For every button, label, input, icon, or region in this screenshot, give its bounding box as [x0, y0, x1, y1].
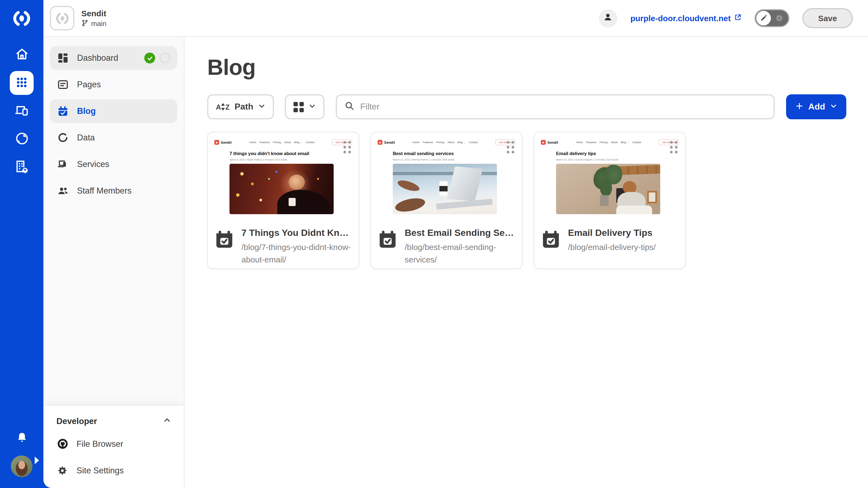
bell-icon	[15, 431, 29, 446]
content-area: Blog AZ Path	[184, 37, 868, 488]
rail-apps-button[interactable]	[10, 71, 34, 95]
blog-post-card[interactable]: Sendit HomeFeaturesPricingAboutBlog⌄Cont…	[207, 132, 359, 269]
gear-icon	[771, 13, 788, 23]
green-check-icon	[144, 53, 155, 63]
branch-name: main	[91, 20, 106, 28]
domain-text: purple-door.cloudvent.net	[630, 13, 731, 23]
mini-sendit-logo	[378, 140, 382, 144]
sidebar-item-label: File Browser	[76, 439, 123, 449]
mini-chevron-down-icon: ⌄	[301, 141, 303, 143]
collection-nav: Dashboard	[43, 37, 184, 205]
chevron-down-icon	[830, 102, 837, 112]
drag-handle-icon[interactable]	[670, 141, 678, 154]
sidebar-item-label: Staff Members	[77, 186, 131, 196]
sidebar-item-blog[interactable]: Blog	[50, 99, 177, 123]
top-header: Sendit main	[43, 0, 868, 37]
rail-devices-button[interactable]	[10, 99, 34, 123]
mini-post-photo	[393, 164, 497, 214]
developer-section-toggle[interactable]: Developer	[55, 416, 172, 430]
calendar-check-icon	[541, 229, 561, 252]
add-label: Add	[808, 102, 825, 112]
body-row: Dashboard	[43, 37, 868, 488]
search-icon	[344, 101, 354, 113]
sort-label: Path	[235, 102, 253, 112]
data-refresh-icon	[57, 132, 69, 144]
add-button[interactable]: Add	[786, 94, 846, 119]
dashboard-tiles-icon	[57, 52, 69, 64]
card-footer: Email Delivery Tips /blog/email-delivery…	[541, 228, 679, 254]
post-preview-thumbnail: Sendit HomeFeaturesPricingAboutBlog⌄Cont…	[378, 139, 516, 223]
rail-nav	[10, 43, 34, 180]
sidebar-item-label: Data	[77, 133, 95, 142]
expand-arrow-icon[interactable]	[35, 457, 39, 464]
post-title: 7 Things You Didnt Know…	[241, 228, 352, 238]
sidebar-item-label: Dashboard	[77, 53, 118, 63]
sort-by-path-button[interactable]: AZ Path	[207, 94, 274, 119]
drag-handle-icon[interactable]	[507, 141, 514, 154]
main-column: Sendit main	[43, 0, 868, 488]
people-icon	[57, 185, 69, 197]
branch-row[interactable]: main	[82, 19, 106, 28]
card-footer: 7 Things You Didnt Know… /blog/7-things-…	[214, 228, 352, 266]
post-title: Email Delivery Tips	[568, 228, 656, 238]
sidebar-item-services[interactable]: Services	[50, 152, 177, 176]
editor-mode-toggle[interactable]	[755, 9, 789, 27]
post-preview-thumbnail: Sendit HomeFeaturesPricingAboutBlog⌄Cont…	[214, 139, 352, 223]
save-button[interactable]: Save	[802, 8, 853, 28]
sidebar-item-pages[interactable]: Pages	[50, 73, 177, 97]
developer-title: Developer	[56, 416, 97, 426]
site-meta: Sendit main	[82, 8, 106, 28]
mini-post-title: Email delivery tips	[556, 151, 679, 156]
calendar-check-icon	[57, 105, 69, 117]
mini-page: Best email sending services March 11, 20…	[393, 151, 516, 214]
mini-post-photo	[556, 164, 660, 214]
view-mode-button[interactable]	[285, 94, 324, 119]
globe-icon	[14, 131, 29, 148]
site-domain-link[interactable]: purple-door.cloudvent.net	[630, 13, 742, 23]
toolbar: AZ Path	[207, 94, 846, 119]
user-avatar[interactable]	[11, 455, 33, 477]
blog-post-card[interactable]: Sendit HomeFeaturesPricingAboutBlog⌄Cont…	[371, 132, 522, 269]
grid-view-icon	[293, 102, 304, 112]
card-text: Email Delivery Tips /blog/email-delivery…	[568, 228, 656, 254]
notifications-button[interactable]	[10, 430, 34, 447]
page: Sendit main	[0, 0, 868, 488]
gear-icon	[56, 464, 68, 476]
chevron-down-icon	[258, 102, 265, 111]
rail-home-button[interactable]	[10, 43, 34, 67]
mini-post-meta: March 10, 2022 | Gerard Hopper | 2 minut…	[556, 158, 679, 161]
left-rail	[0, 0, 43, 488]
topbar-right: purple-door.cloudvent.net	[599, 8, 853, 28]
chevron-down-icon	[309, 102, 316, 111]
filter-input[interactable]	[360, 102, 766, 112]
sidebar-item-data[interactable]: Data	[50, 126, 177, 150]
empty-status-circle-icon	[159, 53, 170, 63]
external-link-icon	[734, 13, 742, 23]
card-footer: Best Email Sending Servi… /blog/best-ema…	[378, 228, 516, 266]
app-frame: Sendit main	[0, 0, 868, 488]
blog-post-card[interactable]: Sendit HomeFeaturesPricingAboutBlog⌄Cont…	[534, 132, 686, 269]
account-avatar[interactable]	[599, 9, 617, 27]
home-icon	[14, 46, 29, 63]
laptop-icon	[57, 158, 69, 170]
post-path: /blog/best-email-sending-services/	[405, 241, 516, 266]
drag-handle-icon[interactable]	[343, 141, 351, 154]
sidebar-item-file-browser[interactable]: File Browser	[55, 430, 172, 457]
site-logo[interactable]	[50, 6, 74, 30]
sidebar-item-dashboard[interactable]: Dashboard	[50, 46, 177, 70]
apps-grid-icon	[14, 75, 29, 91]
mini-sendit-logo	[214, 140, 219, 144]
sidebar-item-staff-members[interactable]: Staff Members	[50, 179, 177, 203]
mini-post-title: 7 things you didn't know about email	[229, 151, 352, 156]
person-icon	[603, 12, 613, 24]
post-cards: Sendit HomeFeaturesPricingAboutBlog⌄Cont…	[207, 132, 846, 269]
mini-brand: Sendit	[221, 140, 231, 144]
cloudcannon-logo[interactable]	[10, 7, 33, 30]
mini-post-meta: March 11, 2022 | Wendy Parkes | 2 minute…	[393, 158, 516, 161]
sidebar-item-site-settings[interactable]: Site Settings	[55, 457, 172, 484]
post-title: Best Email Sending Servi…	[405, 228, 516, 238]
mini-nav: HomeFeaturesPricingAboutBlog⌄Contact	[558, 141, 659, 143]
page-title: Blog	[207, 55, 846, 80]
rail-globe-button[interactable]	[10, 127, 34, 151]
rail-organization-button[interactable]	[10, 156, 34, 180]
